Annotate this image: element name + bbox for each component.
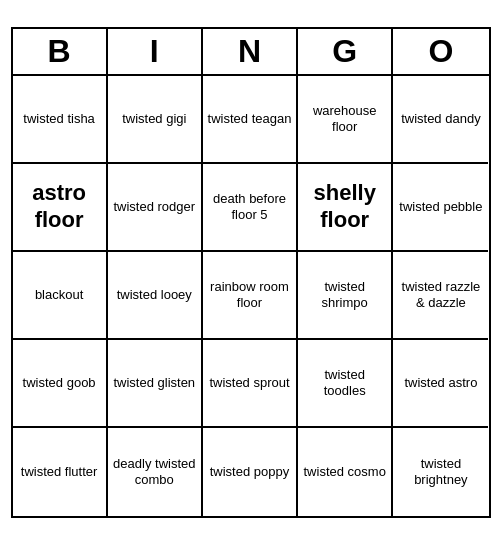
bingo-cell-19: twisted astro: [393, 340, 488, 428]
bingo-cell-9: twisted pebble: [393, 164, 488, 252]
bingo-cell-14: twisted razzle & dazzle: [393, 252, 488, 340]
bingo-header-letter: O: [393, 29, 488, 74]
bingo-cell-21: deadly twisted combo: [108, 428, 203, 516]
bingo-header-letter: G: [298, 29, 393, 74]
bingo-cell-3: warehouse floor: [298, 76, 393, 164]
bingo-cell-23: twisted cosmo: [298, 428, 393, 516]
bingo-cell-24: twisted brightney: [393, 428, 488, 516]
bingo-cell-22: twisted poppy: [203, 428, 298, 516]
bingo-cell-11: twisted looey: [108, 252, 203, 340]
bingo-cell-4: twisted dandy: [393, 76, 488, 164]
bingo-cell-17: twisted sprout: [203, 340, 298, 428]
bingo-cell-18: twisted toodles: [298, 340, 393, 428]
bingo-cell-15: twisted goob: [13, 340, 108, 428]
bingo-cell-6: twisted rodger: [108, 164, 203, 252]
bingo-cell-5: astro floor: [13, 164, 108, 252]
bingo-header-letter: B: [13, 29, 108, 74]
bingo-cell-16: twisted glisten: [108, 340, 203, 428]
bingo-header-letter: I: [108, 29, 203, 74]
bingo-card: BINGO twisted tishatwisted gigitwisted t…: [11, 27, 491, 518]
bingo-cell-12: rainbow room floor: [203, 252, 298, 340]
bingo-cell-2: twisted teagan: [203, 76, 298, 164]
bingo-grid: twisted tishatwisted gigitwisted teaganw…: [13, 76, 489, 516]
bingo-cell-1: twisted gigi: [108, 76, 203, 164]
bingo-cell-10: blackout: [13, 252, 108, 340]
bingo-header: BINGO: [13, 29, 489, 76]
bingo-cell-7: death before floor 5: [203, 164, 298, 252]
bingo-cell-0: twisted tisha: [13, 76, 108, 164]
bingo-header-letter: N: [203, 29, 298, 74]
bingo-cell-20: twisted flutter: [13, 428, 108, 516]
bingo-cell-8: shelly floor: [298, 164, 393, 252]
bingo-cell-13: twisted shrimpo: [298, 252, 393, 340]
